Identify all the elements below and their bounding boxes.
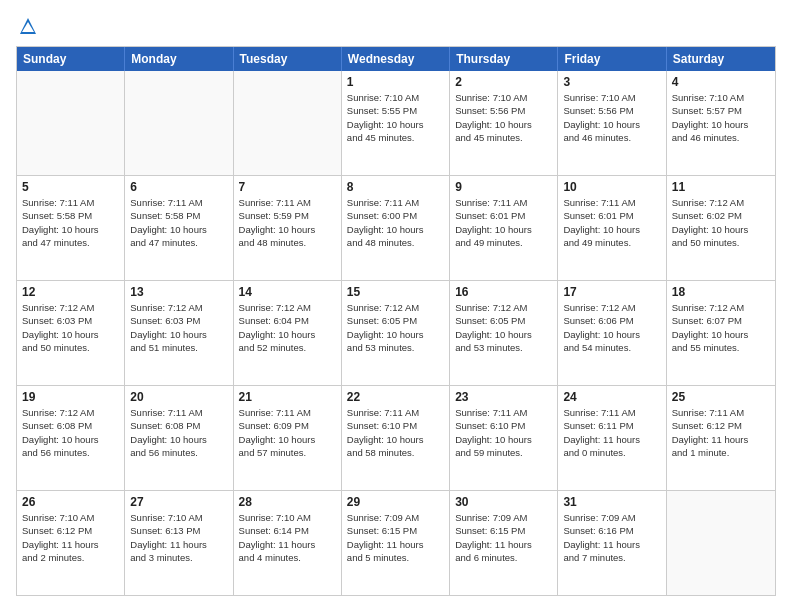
page: SundayMondayTuesdayWednesdayThursdayFrid… <box>0 0 792 612</box>
day-info: Sunrise: 7:11 AMSunset: 6:10 PMDaylight:… <box>347 406 444 459</box>
day-number: 13 <box>130 285 227 299</box>
day-number: 3 <box>563 75 660 89</box>
day-info: Sunrise: 7:10 AMSunset: 6:13 PMDaylight:… <box>130 511 227 564</box>
day-info: Sunrise: 7:10 AMSunset: 6:14 PMDaylight:… <box>239 511 336 564</box>
day-cell-25: 25Sunrise: 7:11 AMSunset: 6:12 PMDayligh… <box>667 386 775 490</box>
day-number: 28 <box>239 495 336 509</box>
day-number: 23 <box>455 390 552 404</box>
day-number: 22 <box>347 390 444 404</box>
day-cell-18: 18Sunrise: 7:12 AMSunset: 6:07 PMDayligh… <box>667 281 775 385</box>
day-info: Sunrise: 7:12 AMSunset: 6:06 PMDaylight:… <box>563 301 660 354</box>
day-number: 27 <box>130 495 227 509</box>
empty-cell <box>17 71 125 175</box>
day-number: 11 <box>672 180 770 194</box>
calendar-row-1: 5Sunrise: 7:11 AMSunset: 5:58 PMDaylight… <box>17 175 775 280</box>
day-info: Sunrise: 7:11 AMSunset: 6:00 PMDaylight:… <box>347 196 444 249</box>
day-number: 9 <box>455 180 552 194</box>
day-cell-10: 10Sunrise: 7:11 AMSunset: 6:01 PMDayligh… <box>558 176 666 280</box>
day-number: 20 <box>130 390 227 404</box>
day-cell-22: 22Sunrise: 7:11 AMSunset: 6:10 PMDayligh… <box>342 386 450 490</box>
weekday-header-saturday: Saturday <box>667 47 775 71</box>
empty-cell <box>667 491 775 595</box>
day-number: 6 <box>130 180 227 194</box>
day-info: Sunrise: 7:10 AMSunset: 5:56 PMDaylight:… <box>563 91 660 144</box>
day-cell-19: 19Sunrise: 7:12 AMSunset: 6:08 PMDayligh… <box>17 386 125 490</box>
day-number: 5 <box>22 180 119 194</box>
day-info: Sunrise: 7:11 AMSunset: 6:10 PMDaylight:… <box>455 406 552 459</box>
day-number: 26 <box>22 495 119 509</box>
calendar-row-2: 12Sunrise: 7:12 AMSunset: 6:03 PMDayligh… <box>17 280 775 385</box>
day-info: Sunrise: 7:11 AMSunset: 5:59 PMDaylight:… <box>239 196 336 249</box>
day-number: 24 <box>563 390 660 404</box>
calendar-row-4: 26Sunrise: 7:10 AMSunset: 6:12 PMDayligh… <box>17 490 775 595</box>
day-number: 30 <box>455 495 552 509</box>
logo-icon <box>18 16 38 36</box>
logo <box>16 16 38 36</box>
day-info: Sunrise: 7:12 AMSunset: 6:03 PMDaylight:… <box>130 301 227 354</box>
day-cell-11: 11Sunrise: 7:12 AMSunset: 6:02 PMDayligh… <box>667 176 775 280</box>
day-info: Sunrise: 7:11 AMSunset: 5:58 PMDaylight:… <box>22 196 119 249</box>
day-cell-29: 29Sunrise: 7:09 AMSunset: 6:15 PMDayligh… <box>342 491 450 595</box>
day-cell-8: 8Sunrise: 7:11 AMSunset: 6:00 PMDaylight… <box>342 176 450 280</box>
day-info: Sunrise: 7:11 AMSunset: 6:01 PMDaylight:… <box>455 196 552 249</box>
day-info: Sunrise: 7:12 AMSunset: 6:03 PMDaylight:… <box>22 301 119 354</box>
day-cell-21: 21Sunrise: 7:11 AMSunset: 6:09 PMDayligh… <box>234 386 342 490</box>
empty-cell <box>234 71 342 175</box>
day-number: 8 <box>347 180 444 194</box>
day-cell-15: 15Sunrise: 7:12 AMSunset: 6:05 PMDayligh… <box>342 281 450 385</box>
day-number: 15 <box>347 285 444 299</box>
day-cell-24: 24Sunrise: 7:11 AMSunset: 6:11 PMDayligh… <box>558 386 666 490</box>
day-info: Sunrise: 7:11 AMSunset: 6:01 PMDaylight:… <box>563 196 660 249</box>
day-info: Sunrise: 7:12 AMSunset: 6:04 PMDaylight:… <box>239 301 336 354</box>
day-info: Sunrise: 7:11 AMSunset: 5:58 PMDaylight:… <box>130 196 227 249</box>
day-number: 18 <box>672 285 770 299</box>
day-number: 16 <box>455 285 552 299</box>
day-number: 12 <box>22 285 119 299</box>
day-cell-14: 14Sunrise: 7:12 AMSunset: 6:04 PMDayligh… <box>234 281 342 385</box>
day-cell-26: 26Sunrise: 7:10 AMSunset: 6:12 PMDayligh… <box>17 491 125 595</box>
day-info: Sunrise: 7:10 AMSunset: 5:56 PMDaylight:… <box>455 91 552 144</box>
calendar: SundayMondayTuesdayWednesdayThursdayFrid… <box>16 46 776 596</box>
weekday-header-wednesday: Wednesday <box>342 47 450 71</box>
day-number: 25 <box>672 390 770 404</box>
day-number: 10 <box>563 180 660 194</box>
day-info: Sunrise: 7:11 AMSunset: 6:12 PMDaylight:… <box>672 406 770 459</box>
day-number: 19 <box>22 390 119 404</box>
calendar-header-row: SundayMondayTuesdayWednesdayThursdayFrid… <box>17 47 775 71</box>
day-cell-28: 28Sunrise: 7:10 AMSunset: 6:14 PMDayligh… <box>234 491 342 595</box>
day-cell-13: 13Sunrise: 7:12 AMSunset: 6:03 PMDayligh… <box>125 281 233 385</box>
weekday-header-tuesday: Tuesday <box>234 47 342 71</box>
weekday-header-thursday: Thursday <box>450 47 558 71</box>
day-cell-2: 2Sunrise: 7:10 AMSunset: 5:56 PMDaylight… <box>450 71 558 175</box>
weekday-header-friday: Friday <box>558 47 666 71</box>
weekday-header-sunday: Sunday <box>17 47 125 71</box>
day-cell-31: 31Sunrise: 7:09 AMSunset: 6:16 PMDayligh… <box>558 491 666 595</box>
day-number: 2 <box>455 75 552 89</box>
day-info: Sunrise: 7:12 AMSunset: 6:05 PMDaylight:… <box>347 301 444 354</box>
day-cell-27: 27Sunrise: 7:10 AMSunset: 6:13 PMDayligh… <box>125 491 233 595</box>
day-info: Sunrise: 7:12 AMSunset: 6:05 PMDaylight:… <box>455 301 552 354</box>
day-cell-17: 17Sunrise: 7:12 AMSunset: 6:06 PMDayligh… <box>558 281 666 385</box>
day-info: Sunrise: 7:10 AMSunset: 6:12 PMDaylight:… <box>22 511 119 564</box>
day-number: 14 <box>239 285 336 299</box>
day-cell-9: 9Sunrise: 7:11 AMSunset: 6:01 PMDaylight… <box>450 176 558 280</box>
day-info: Sunrise: 7:09 AMSunset: 6:15 PMDaylight:… <box>455 511 552 564</box>
day-cell-4: 4Sunrise: 7:10 AMSunset: 5:57 PMDaylight… <box>667 71 775 175</box>
day-number: 21 <box>239 390 336 404</box>
day-info: Sunrise: 7:09 AMSunset: 6:16 PMDaylight:… <box>563 511 660 564</box>
day-number: 17 <box>563 285 660 299</box>
day-cell-12: 12Sunrise: 7:12 AMSunset: 6:03 PMDayligh… <box>17 281 125 385</box>
day-number: 1 <box>347 75 444 89</box>
day-cell-16: 16Sunrise: 7:12 AMSunset: 6:05 PMDayligh… <box>450 281 558 385</box>
day-info: Sunrise: 7:10 AMSunset: 5:55 PMDaylight:… <box>347 91 444 144</box>
day-cell-5: 5Sunrise: 7:11 AMSunset: 5:58 PMDaylight… <box>17 176 125 280</box>
day-cell-30: 30Sunrise: 7:09 AMSunset: 6:15 PMDayligh… <box>450 491 558 595</box>
weekday-header-monday: Monday <box>125 47 233 71</box>
day-number: 31 <box>563 495 660 509</box>
day-info: Sunrise: 7:12 AMSunset: 6:08 PMDaylight:… <box>22 406 119 459</box>
day-cell-3: 3Sunrise: 7:10 AMSunset: 5:56 PMDaylight… <box>558 71 666 175</box>
calendar-row-0: 1Sunrise: 7:10 AMSunset: 5:55 PMDaylight… <box>17 71 775 175</box>
day-cell-23: 23Sunrise: 7:11 AMSunset: 6:10 PMDayligh… <box>450 386 558 490</box>
day-info: Sunrise: 7:09 AMSunset: 6:15 PMDaylight:… <box>347 511 444 564</box>
day-cell-6: 6Sunrise: 7:11 AMSunset: 5:58 PMDaylight… <box>125 176 233 280</box>
